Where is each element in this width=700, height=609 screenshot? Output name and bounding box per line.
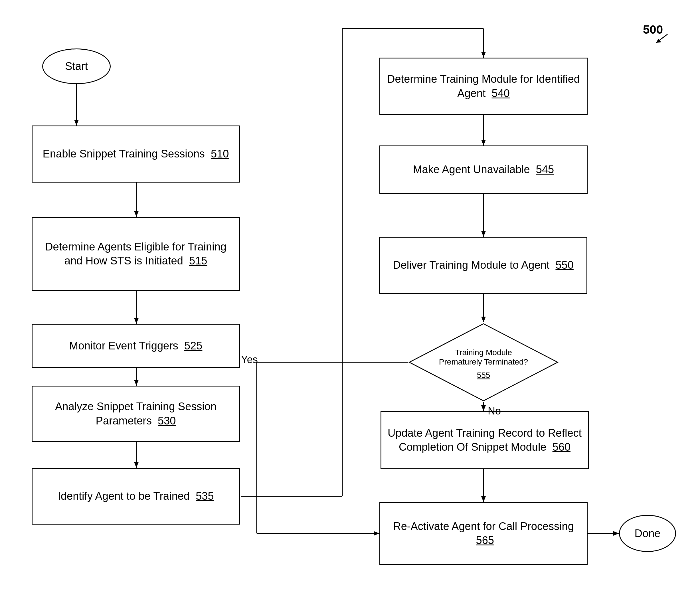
- node-555: Training Module Prematurely Terminated? …: [408, 322, 559, 402]
- svg-marker-11: [134, 462, 139, 468]
- svg-marker-3: [74, 120, 79, 125]
- node-530: Analyze Snippet Training Session Paramet…: [32, 386, 240, 442]
- yes-label: Yes: [241, 354, 258, 366]
- svg-marker-24: [481, 405, 486, 411]
- svg-marker-7: [134, 318, 139, 324]
- node-510: Enable Snippet Training Sessions 510: [32, 125, 240, 182]
- svg-marker-20: [481, 231, 486, 237]
- svg-marker-16: [481, 52, 486, 58]
- node-545: Make Agent Unavailable 545: [379, 145, 588, 194]
- node-515: Determine Agents Eligible for Training a…: [32, 217, 240, 291]
- node-540: Determine Training Module for Identified…: [379, 58, 588, 115]
- node-550: Deliver Training Module to Agent 550: [379, 237, 587, 294]
- node-560: Update Agent Training Record to Reflect …: [381, 411, 589, 469]
- node-535: Identify Agent to be Trained 535: [32, 468, 240, 525]
- svg-marker-32: [613, 531, 619, 536]
- svg-marker-26: [481, 496, 486, 502]
- no-label: No: [488, 405, 501, 417]
- node-525: Monitor Event Triggers 525: [32, 324, 240, 368]
- start-node: Start: [42, 49, 111, 84]
- svg-marker-5: [134, 211, 139, 217]
- node-565: Re-Activate Agent for Call Processing 56…: [379, 502, 588, 565]
- svg-marker-18: [481, 140, 486, 145]
- svg-marker-22: [481, 317, 486, 322]
- done-node: Done: [619, 515, 676, 552]
- svg-marker-30: [374, 531, 379, 536]
- flowchart-container: 500: [0, 0, 700, 609]
- svg-marker-9: [134, 380, 139, 386]
- svg-text:555: 555: [477, 371, 490, 380]
- svg-text:Prematurely Terminated?: Prematurely Terminated?: [439, 358, 528, 366]
- svg-text:Training Module: Training Module: [455, 348, 512, 357]
